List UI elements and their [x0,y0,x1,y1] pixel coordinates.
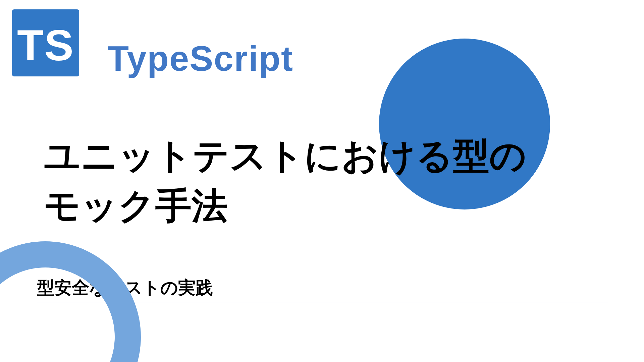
typescript-logo: TS [12,9,79,76]
decorative-circle-outline [0,241,141,362]
logo-abbreviation: TS [17,20,74,70]
brand-name: TypeScript [107,39,293,79]
slide-title: ユニットテストにおける型のモック手法 [44,131,527,231]
